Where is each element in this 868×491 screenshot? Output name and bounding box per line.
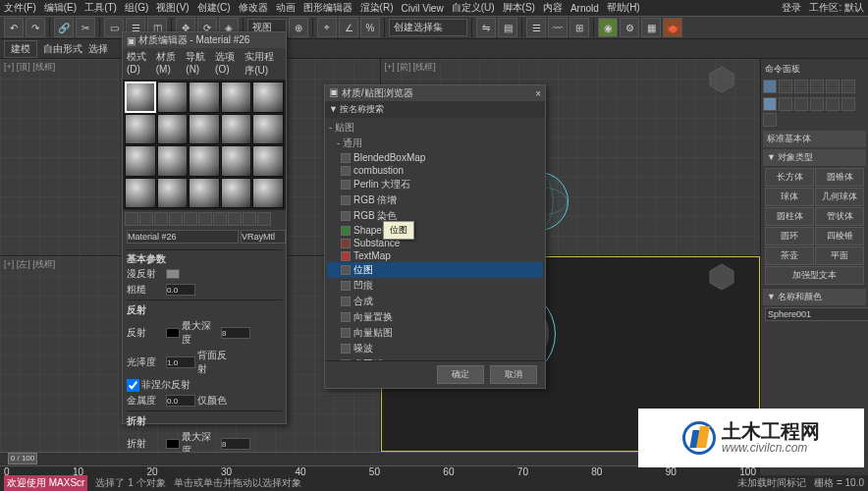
ribbon-tab-freeform[interactable]: 自由形式 xyxy=(43,42,82,56)
list-item[interactable]: 凹痕 xyxy=(327,278,543,294)
sample-slot[interactable] xyxy=(221,145,252,177)
undo-icon[interactable]: ↶ xyxy=(4,18,24,37)
box-button[interactable]: 长方体 xyxy=(765,168,814,187)
helpers-icon[interactable] xyxy=(826,97,840,111)
object-type-rollout[interactable]: ▼ 对象类型 xyxy=(763,149,866,166)
list-item[interactable]: combustion xyxy=(327,164,543,177)
menu-group[interactable]: 组(G) xyxy=(125,1,148,15)
menu-edit[interactable]: 编辑(E) xyxy=(44,1,77,15)
ok-button[interactable]: 确定 xyxy=(437,365,484,384)
mat-menu-material[interactable]: 材质(M) xyxy=(156,50,181,78)
make-unique-icon[interactable] xyxy=(198,212,212,226)
select-icon[interactable]: ▭ xyxy=(104,18,124,37)
refraction-swatch[interactable] xyxy=(166,439,180,449)
maps-category[interactable]: - 贴图 xyxy=(327,120,543,136)
sample-slot[interactable] xyxy=(252,178,284,209)
teapot-button[interactable]: 茶壶 xyxy=(765,246,814,265)
sample-slot[interactable] xyxy=(125,82,156,113)
menu-content[interactable]: 内容 xyxy=(543,1,563,15)
list-item[interactable]: ShapeMap xyxy=(327,224,543,237)
mat-menu-nav[interactable]: 导航(N) xyxy=(186,50,209,78)
metalness-input[interactable] xyxy=(166,395,195,407)
selection-set-dropdown[interactable] xyxy=(389,19,467,36)
material-type-button[interactable] xyxy=(241,230,286,244)
link-icon[interactable]: 🔗 xyxy=(54,18,74,37)
list-item[interactable]: 噪波 xyxy=(327,341,543,356)
material-editor-titlebar[interactable]: ▣ 材质编辑器 - Material #26 xyxy=(123,32,286,48)
time-slider[interactable]: 0 / 100 xyxy=(8,453,37,464)
sample-slot[interactable] xyxy=(189,82,220,113)
snap-icon[interactable]: ⌖ xyxy=(317,18,337,37)
cameras-icon[interactable] xyxy=(810,97,824,111)
sample-slot[interactable] xyxy=(157,178,189,209)
put-lib-icon[interactable] xyxy=(213,212,227,226)
viewcube-icon[interactable] xyxy=(707,65,736,94)
angle-snap-icon[interactable]: ∠ xyxy=(339,18,358,37)
cylinder-button[interactable]: 圆柱体 xyxy=(765,207,814,226)
systems-icon[interactable] xyxy=(763,113,777,127)
mat-menu-mode[interactable]: 模式(D) xyxy=(127,50,150,78)
menu-help[interactable]: 帮助(H) xyxy=(607,1,640,15)
sample-slot[interactable] xyxy=(157,82,189,113)
general-category[interactable]: - 通用 xyxy=(327,136,543,151)
spacewarps-icon[interactable] xyxy=(841,97,855,111)
tube-button[interactable]: 管状体 xyxy=(815,207,864,226)
sample-slot[interactable] xyxy=(125,145,156,177)
list-item[interactable]: RGB 染色 xyxy=(327,208,543,224)
curve-editor-icon[interactable]: 〰 xyxy=(548,18,568,37)
show-end-icon[interactable] xyxy=(243,212,256,226)
name-color-rollout[interactable]: ▼ 名称和颜色 xyxy=(763,289,866,305)
list-item[interactable]: 合成 xyxy=(327,294,543,309)
maxdepth-input[interactable] xyxy=(221,327,250,339)
maxscript-listener[interactable]: 欢迎使用 MAXScr xyxy=(4,475,87,491)
sphere-button[interactable]: 球体 xyxy=(765,188,814,206)
sample-slot[interactable] xyxy=(189,178,220,209)
object-name-input[interactable] xyxy=(765,307,868,321)
browser-search[interactable]: ▼ 按名称搜索 xyxy=(325,101,545,118)
browser-titlebar[interactable]: ▣ 材质/贴图浏览器 × xyxy=(325,85,545,101)
sample-slot[interactable] xyxy=(157,145,189,177)
sample-slot[interactable] xyxy=(189,114,220,145)
sample-slot[interactable] xyxy=(252,82,284,113)
pivot-icon[interactable]: ⊕ xyxy=(289,18,308,37)
list-item[interactable]: Perlin 大理石 xyxy=(327,177,543,192)
diffuse-swatch[interactable] xyxy=(166,269,180,279)
show-map-icon[interactable] xyxy=(228,212,242,226)
cancel-button[interactable]: 取消 xyxy=(490,365,537,384)
ribbon-tab-select[interactable]: 选择 xyxy=(88,42,108,56)
sample-slot[interactable] xyxy=(125,178,156,209)
refr-depth-input[interactable] xyxy=(221,438,250,450)
ribbon-tab-model[interactable]: 建模 xyxy=(4,40,37,58)
login-link[interactable]: 登录 xyxy=(782,1,801,15)
material-name-input[interactable] xyxy=(127,230,239,244)
list-item[interactable]: RGB 倍增 xyxy=(327,192,543,208)
roughness-input[interactable] xyxy=(166,284,195,296)
menu-modifier[interactable]: 修改器 xyxy=(239,1,268,15)
torus-button[interactable]: 圆环 xyxy=(765,227,814,246)
sample-slot[interactable] xyxy=(189,145,220,177)
create-tab-icon[interactable] xyxy=(763,80,777,93)
redo-icon[interactable]: ↷ xyxy=(26,18,45,37)
list-item-selected[interactable]: 位图 xyxy=(327,262,543,278)
viewcube-icon[interactable] xyxy=(707,262,736,292)
geosphere-button[interactable]: 几何球体 xyxy=(815,188,864,206)
render-frame-icon[interactable]: ▦ xyxy=(641,18,661,37)
menu-view[interactable]: 视图(V) xyxy=(156,1,189,15)
mat-menu-options[interactable]: 选项(O) xyxy=(215,50,239,78)
lights-icon[interactable] xyxy=(794,97,808,111)
percent-snap-icon[interactable]: % xyxy=(360,18,380,37)
motion-tab-icon[interactable] xyxy=(810,80,824,93)
menu-graph[interactable]: 图形编辑器 xyxy=(303,1,353,15)
material-editor-icon[interactable]: ◉ xyxy=(598,18,618,37)
utilities-tab-icon[interactable] xyxy=(841,80,855,93)
sample-slot[interactable] xyxy=(221,114,252,145)
menu-file[interactable]: 文件(F) xyxy=(4,1,36,15)
reflection-swatch[interactable] xyxy=(166,328,180,338)
mirror-icon[interactable]: ⇋ xyxy=(476,18,496,37)
go-parent-icon[interactable] xyxy=(257,212,271,226)
schematic-icon[interactable]: ⊞ xyxy=(570,18,589,37)
list-item[interactable]: 向量置换 xyxy=(327,309,543,325)
menu-custom[interactable]: 自定义(U) xyxy=(452,1,495,15)
mat-menu-util[interactable]: 实用程序(U) xyxy=(244,50,282,78)
shapes-icon[interactable] xyxy=(779,97,792,111)
